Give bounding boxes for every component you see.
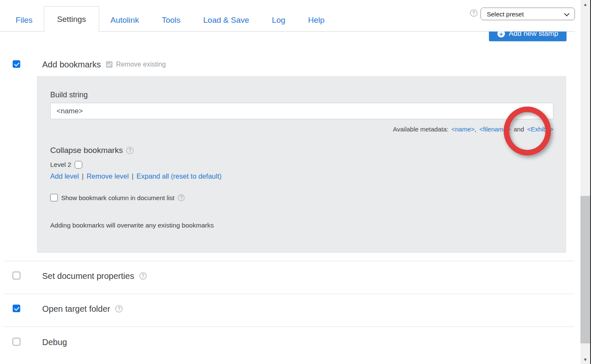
remove-existing-label: Remove existing: [116, 61, 166, 68]
link-separator: |: [132, 172, 133, 180]
level-2-checkbox[interactable]: [75, 161, 82, 169]
collapse-bookmarks-label: Collapse bookmarks: [50, 146, 123, 155]
expand-all-link[interactable]: Expand all (reset to default): [136, 172, 221, 180]
debug-row: Debug: [42, 337, 67, 348]
stamp-button-clip: + Add new stamp: [489, 32, 567, 41]
tab-tools[interactable]: Tools: [150, 16, 192, 25]
settings-page: Files Settings Autolink Tools Load & Sav…: [0, 0, 591, 364]
show-bookmark-column-row: Show bookmark column in document list ?: [50, 194, 185, 201]
open-target-folder-row: Open target folder ?: [42, 303, 123, 314]
preset-select-value: Select preset: [487, 11, 524, 18]
metadata-and: and: [513, 126, 524, 133]
add-new-stamp-button[interactable]: + Add new stamp: [489, 32, 567, 41]
divider: [4, 294, 575, 294]
remove-existing-checkbox: [106, 61, 113, 68]
build-string-label: Build string: [50, 91, 88, 99]
level-row: Level 2: [50, 161, 82, 169]
link-separator: |: [82, 172, 84, 180]
add-bookmarks-label: Add bookmarks: [42, 60, 101, 70]
level-links-row: Add level|Remove level|Expand all (reset…: [50, 172, 221, 180]
metadata-link-filename[interactable]: <filename>: [479, 126, 510, 133]
tab-help[interactable]: Help: [297, 16, 336, 25]
collapse-bookmarks-row: Collapse bookmarks ?: [50, 146, 134, 155]
divider: [4, 261, 575, 261]
collapse-help-icon[interactable]: ?: [126, 147, 134, 154]
show-column-help-icon[interactable]: ?: [178, 194, 185, 201]
tab-files[interactable]: Files: [4, 16, 44, 25]
metadata-prefix: Available metadata:: [393, 126, 448, 133]
preset-select[interactable]: Select preset: [480, 8, 575, 20]
set-document-properties-checkbox[interactable]: [13, 272, 20, 279]
add-new-stamp-label: Add new stamp: [509, 32, 558, 38]
add-bookmarks-panel: Build string Available metadata: <name> …: [37, 76, 566, 253]
open-target-folder-label: Open target folder: [42, 304, 110, 314]
metadata-link-name[interactable]: <name>: [451, 126, 475, 133]
set-document-properties-row: Set document properties ?: [42, 270, 147, 281]
show-bookmark-column-checkbox[interactable]: [50, 194, 58, 201]
add-level-link[interactable]: Add level: [50, 172, 79, 180]
build-string-input[interactable]: [50, 103, 553, 119]
open-target-folder-checkbox[interactable]: [13, 305, 20, 312]
vertical-scrollbar[interactable]: ▲ ▼: [580, 0, 590, 364]
scrollbar-up-icon[interactable]: ▲: [580, 1, 590, 8]
level-label: Level 2: [50, 161, 71, 169]
show-bookmark-column-label: Show bookmark column in document list: [61, 194, 174, 201]
overwrite-note: Adding bookmarks will overwrite any exis…: [50, 222, 214, 229]
scrollbar-down-icon[interactable]: ▼: [580, 356, 590, 363]
divider: [4, 327, 575, 327]
metadata-separator: ,: [475, 126, 476, 133]
tab-load-save[interactable]: Load & Save: [192, 16, 261, 25]
set-document-properties-label: Set document properties: [42, 271, 134, 281]
available-metadata-line: Available metadata: <name> , <filename> …: [50, 126, 553, 133]
open-target-folder-help-icon[interactable]: ?: [115, 305, 123, 313]
preset-help-icon[interactable]: ?: [470, 9, 478, 17]
set-document-properties-help-icon[interactable]: ?: [139, 272, 147, 280]
tab-autolink[interactable]: Autolink: [99, 16, 151, 25]
tab-settings[interactable]: Settings: [44, 6, 99, 32]
add-bookmarks-header: Add bookmarks Remove existing: [42, 59, 166, 70]
debug-checkbox[interactable]: [13, 338, 20, 345]
debug-label: Debug: [42, 337, 67, 347]
chevron-down-icon: [564, 11, 569, 16]
add-bookmarks-checkbox[interactable]: [13, 60, 20, 68]
metadata-link-exhibit[interactable]: <Exhibit>: [527, 126, 553, 133]
plus-circle-icon: +: [497, 32, 505, 37]
scrollbar-thumb[interactable]: [580, 196, 590, 343]
remove-level-link[interactable]: Remove level: [86, 172, 129, 180]
tab-log[interactable]: Log: [261, 16, 297, 25]
